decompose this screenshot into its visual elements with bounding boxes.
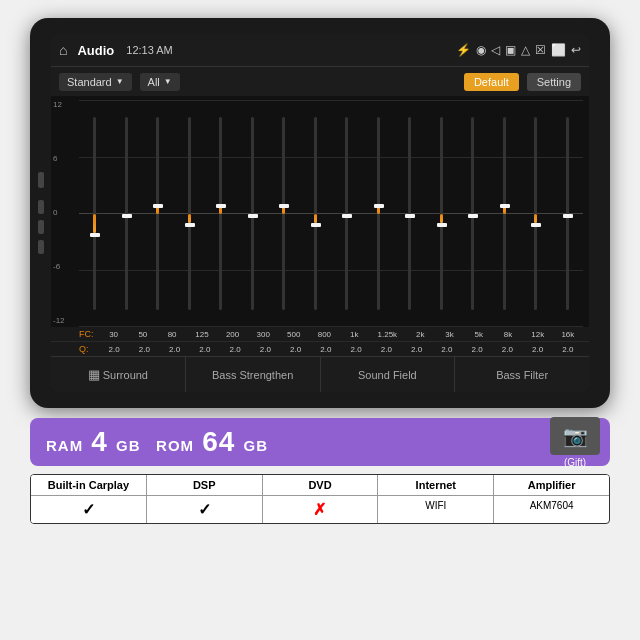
info-section: RAM 4 GB ROM 64 GB (Gift) Built-in Carpl… xyxy=(30,418,610,524)
menu-surround[interactable]: ▦ Surround xyxy=(51,357,186,392)
eq-band-800[interactable] xyxy=(300,100,332,327)
default-button[interactable]: Default xyxy=(464,73,519,91)
eq-band-50[interactable] xyxy=(111,100,143,327)
eq-band-1.25k[interactable] xyxy=(363,100,395,327)
fc-val-5k: 5k xyxy=(473,330,485,339)
q-val-2k: 2.0 xyxy=(411,345,423,354)
eq-band-30[interactable] xyxy=(79,100,111,327)
q-val-1k: 2.0 xyxy=(350,345,362,354)
menu-sound-field[interactable]: Sound Field xyxy=(321,357,456,392)
eq-track-1k xyxy=(345,117,348,310)
eq-band-200[interactable] xyxy=(205,100,237,327)
eq-track-80 xyxy=(156,117,159,310)
eq-thumb-30[interactable] xyxy=(90,233,100,237)
square-icon: ⬜ xyxy=(551,43,566,57)
eq-thumb-800[interactable] xyxy=(311,223,321,227)
rom-unit: GB xyxy=(244,437,269,454)
feature-col-3: InternetWIFI xyxy=(378,475,494,523)
eq-track-3k xyxy=(440,117,443,310)
eq-track-300 xyxy=(251,117,254,310)
eq-grid: 12 6 0 -6 -12 xyxy=(51,96,589,327)
eq-fill-125 xyxy=(188,214,191,224)
eq-band-3k[interactable] xyxy=(426,100,458,327)
eq-band-16k[interactable] xyxy=(552,100,584,327)
eq-track-8k xyxy=(503,117,506,310)
eq-thumb-16k[interactable] xyxy=(563,214,573,218)
eq-thumb-1.25k[interactable] xyxy=(374,204,384,208)
menu-bass-filter[interactable]: Bass Filter xyxy=(455,357,589,392)
menu-sound-field-label: Sound Field xyxy=(358,369,417,381)
eq-band-300[interactable] xyxy=(237,100,269,327)
eq-band-12k[interactable] xyxy=(520,100,552,327)
setting-button[interactable]: Setting xyxy=(527,73,581,91)
eq-track-5k xyxy=(471,117,474,310)
feature-header-1: DSP xyxy=(147,475,262,496)
fc-values: 3050801252003005008001k1.25k2k3k5k8k12k1… xyxy=(99,330,583,339)
menu-bass-filter-label: Bass Filter xyxy=(496,369,548,381)
q-label: Q: xyxy=(79,344,99,354)
eq-track-50 xyxy=(125,117,128,310)
eq-band-2k[interactable] xyxy=(394,100,426,327)
home-icon[interactable]: ⌂ xyxy=(59,42,67,58)
feature-header-4: Amplifier xyxy=(494,475,609,496)
eq-band-8k[interactable] xyxy=(489,100,521,327)
feature-header-3: Internet xyxy=(378,475,493,496)
fc-val-300: 300 xyxy=(257,330,270,339)
eq-band-5k[interactable] xyxy=(457,100,489,327)
q-val-80: 2.0 xyxy=(169,345,181,354)
fc-row: FC: 3050801252003005008001k1.25k2k3k5k8k… xyxy=(51,327,589,341)
app-title: Audio xyxy=(77,43,114,58)
fc-val-500: 500 xyxy=(287,330,300,339)
menu-bass-strengthen[interactable]: Bass Strengthen xyxy=(186,357,321,392)
grid-button[interactable] xyxy=(38,200,44,214)
power-button[interactable] xyxy=(38,172,44,188)
eq-label-6: 6 xyxy=(53,154,65,163)
eq-track-2k xyxy=(408,117,411,310)
q-val-500: 2.0 xyxy=(290,345,302,354)
status-bar: ⌂ Audio 12:13 AM ⚡ ◉ ◁ ▣ △ ☒ ⬜ ↩ xyxy=(51,34,589,66)
volume-down-button[interactable] xyxy=(38,240,44,254)
eq-thumb-8k[interactable] xyxy=(500,204,510,208)
eq-track-12k xyxy=(534,117,537,310)
fc-val-50: 50 xyxy=(137,330,149,339)
fc-val-30: 30 xyxy=(108,330,120,339)
eq-thumb-2k[interactable] xyxy=(405,214,415,218)
eq-track-16k xyxy=(566,117,569,310)
back-icon: ↩ xyxy=(571,43,581,57)
eq-thumb-500[interactable] xyxy=(279,204,289,208)
eq-area: 12 6 0 -6 -12 xyxy=(51,96,589,356)
ram-label: RAM xyxy=(46,437,83,454)
eq-thumb-200[interactable] xyxy=(216,204,226,208)
standard-dropdown[interactable]: Standard ▼ xyxy=(59,73,132,91)
rom-size: 64 xyxy=(202,426,235,457)
eq-thumb-3k[interactable] xyxy=(437,223,447,227)
eq-thumb-80[interactable] xyxy=(153,204,163,208)
eq-track-30 xyxy=(93,117,96,310)
fc-val-1k: 1k xyxy=(348,330,360,339)
eq-fill-3k xyxy=(440,214,443,224)
feature-header-2: DVD xyxy=(263,475,378,496)
q-val-3k: 2.0 xyxy=(441,345,453,354)
eq-fill-12k xyxy=(534,214,537,224)
feature-value-1: ✓ xyxy=(147,496,262,523)
q-val-200: 2.0 xyxy=(229,345,241,354)
eq-band-80[interactable] xyxy=(142,100,174,327)
ram-unit: GB xyxy=(116,437,141,454)
fc-val-80: 80 xyxy=(166,330,178,339)
eq-thumb-125[interactable] xyxy=(185,223,195,227)
eq-band-125[interactable] xyxy=(174,100,206,327)
volume-up-button[interactable] xyxy=(38,220,44,234)
eq-thumb-50[interactable] xyxy=(122,214,132,218)
all-dropdown[interactable]: All ▼ xyxy=(140,73,180,91)
q-val-16k: 2.0 xyxy=(562,345,574,354)
eq-thumb-5k[interactable] xyxy=(468,214,478,218)
eq-band-500[interactable] xyxy=(268,100,300,327)
rom-label: ROM xyxy=(156,437,194,454)
eq-band-1k[interactable] xyxy=(331,100,363,327)
eq-thumb-12k[interactable] xyxy=(531,223,541,227)
features-table: Built-in Carplay✓DSP✓DVD✗InternetWIFIAmp… xyxy=(30,474,610,524)
eq-thumb-1k[interactable] xyxy=(342,214,352,218)
dropdown2-arrow: ▼ xyxy=(164,77,172,86)
eq-track-125 xyxy=(188,117,191,310)
eq-thumb-300[interactable] xyxy=(248,214,258,218)
